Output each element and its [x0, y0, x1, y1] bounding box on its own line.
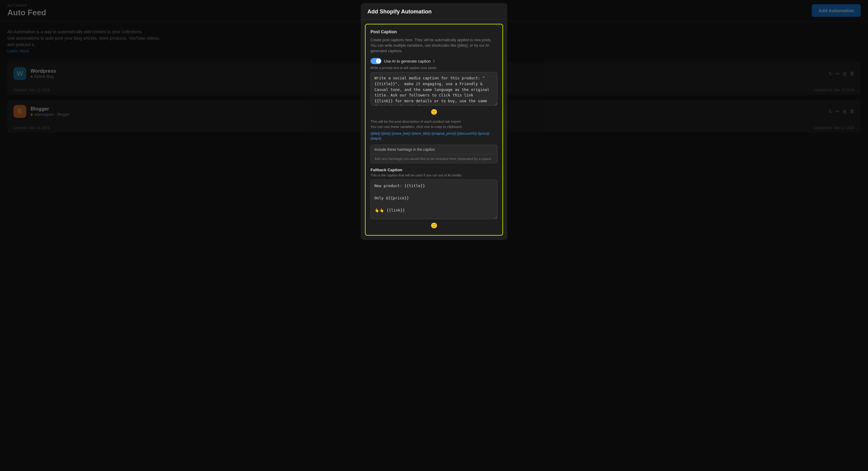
- info-icon[interactable]: ℹ: [433, 59, 435, 64]
- fallback-title: Fallback Caption: [370, 168, 498, 172]
- modal-header: Add Shopify Automation: [361, 3, 507, 20]
- hashtags-box: Include these hashtags in the caption Ad…: [370, 145, 498, 163]
- modal-overlay[interactable]: Add Shopify Automation Post Caption Crea…: [0, 0, 868, 471]
- toggle-knob: [376, 59, 381, 64]
- post-desc-note1: This will be the post description of eac…: [370, 119, 498, 141]
- fallback-textarea[interactable]: New product: {{title}} Only £{{price}} 👆…: [370, 179, 498, 219]
- caption-textarea[interactable]: [370, 72, 498, 106]
- post-caption-description: Create post captions here. They will be …: [370, 37, 498, 54]
- post-caption-title: Post Caption: [370, 29, 498, 34]
- emoji-picker-icon[interactable]: 🙂: [370, 107, 498, 116]
- hashtags-input[interactable]: Add any hashtags you would like to be in…: [371, 155, 497, 163]
- modal-dialog: Add Shopify Automation Post Caption Crea…: [361, 3, 507, 240]
- modal-title: Add Shopify Automation: [367, 8, 501, 15]
- fallback-emoji-picker-icon[interactable]: 🙂: [370, 221, 498, 230]
- ai-toggle-label: Use AI to generate caption: [384, 59, 431, 64]
- fallback-caption-section: Fallback Caption This is the caption tha…: [370, 168, 498, 230]
- fallback-hint: This is the caption that will be used if…: [370, 173, 498, 177]
- variables-list[interactable]: {{title}} {{link}} {{store_link}} {{stor…: [370, 131, 498, 141]
- hashtags-label: Include these hashtags in the caption: [371, 145, 497, 155]
- post-caption-section: Post Caption Create post captions here. …: [365, 24, 503, 236]
- ai-prompt-hint: Write a prompt and ai will caption your …: [370, 66, 498, 70]
- ai-toggle-switch[interactable]: [370, 58, 381, 64]
- ai-toggle-row: Use AI to generate caption ℹ: [370, 58, 498, 64]
